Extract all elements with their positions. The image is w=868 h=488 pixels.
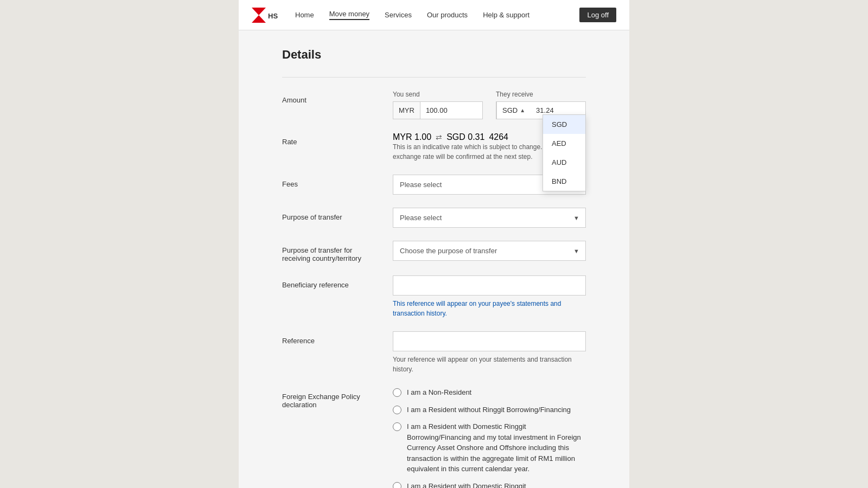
radio-label-3: I am a Resident with Domestic Ringgit Bo… bbox=[407, 481, 586, 489]
beneficiary-row: Beneficiary reference This reference wil… bbox=[282, 275, 586, 318]
radio-item-0: I am a Non-Resident bbox=[393, 387, 586, 398]
radio-item-3: I am a Resident with Domestic Ringgit Bo… bbox=[393, 481, 586, 489]
radio-label-2: I am a Resident with Domestic Ringgit Bo… bbox=[407, 421, 586, 474]
amount-group: You send MYR They receive SGD bbox=[393, 91, 586, 119]
currency-dropdown: SGD AED AUD BND bbox=[542, 114, 586, 191]
purpose-receiving-controls: Choose the purpose of transfer ▼ bbox=[393, 241, 586, 261]
fx-row: Foreign Exchange Policy declaration I am… bbox=[282, 387, 586, 488]
radio-group: I am a Non-Resident I am a Resident with… bbox=[393, 387, 586, 488]
radio-label-1: I am a Resident without Ringgit Borrowin… bbox=[407, 404, 571, 415]
nav-our-products[interactable]: Our products bbox=[427, 11, 468, 19]
purpose-receiving-row: Purpose of transfer for receiving countr… bbox=[282, 241, 586, 262]
navbar: HSBC Home Move money Services Our produc… bbox=[239, 0, 629, 30]
page-title: Details bbox=[282, 48, 586, 62]
hsbc-logo: HSBC bbox=[252, 8, 278, 23]
svg-text:HSBC: HSBC bbox=[268, 12, 278, 20]
beneficiary-input[interactable] bbox=[393, 275, 586, 296]
radio-item-1: I am a Resident without Ringgit Borrowin… bbox=[393, 404, 586, 415]
beneficiary-hint: This reference will appear on your payee… bbox=[393, 299, 586, 318]
rate-row: Rate MYR 1.00 ⇄ SGD 0.31 4264 This is an… bbox=[282, 132, 586, 162]
purpose-receiving-select-wrapper: Choose the purpose of transfer ▼ bbox=[393, 241, 586, 261]
content-area: Details Amount You send MYR bbox=[239, 30, 629, 488]
beneficiary-label: Beneficiary reference bbox=[282, 275, 380, 289]
fx-label: Foreign Exchange Policy declaration bbox=[282, 387, 380, 409]
logo-area: HSBC bbox=[252, 8, 278, 23]
amount-controls: You send MYR They receive SGD bbox=[393, 91, 586, 119]
purpose-select[interactable]: Please select bbox=[393, 208, 586, 228]
radio-label-0: I am a Non-Resident bbox=[407, 387, 471, 398]
purpose-row: Purpose of transfer Please select ▼ bbox=[282, 208, 586, 228]
fees-label: Fees bbox=[282, 175, 380, 188]
you-send-label: You send bbox=[393, 91, 483, 98]
nav-services[interactable]: Services bbox=[385, 11, 412, 19]
section-divider bbox=[282, 77, 586, 78]
radio-input-3[interactable] bbox=[393, 482, 401, 489]
amount-row: Amount You send MYR They bbox=[282, 91, 586, 119]
currency-option-sgd[interactable]: SGD bbox=[543, 115, 585, 134]
they-receive-section: They receive SGD ▲ SGD bbox=[496, 91, 586, 119]
radio-input-0[interactable] bbox=[393, 388, 401, 397]
you-send-section: You send MYR bbox=[393, 91, 483, 119]
navbar-left: HSBC Home Move money Services Our produc… bbox=[252, 8, 529, 23]
logoff-button[interactable]: Log off bbox=[579, 8, 616, 22]
swap-icon[interactable]: ⇄ bbox=[436, 133, 442, 142]
currency-option-aed[interactable]: AED bbox=[543, 134, 585, 153]
reference-label: Reference bbox=[282, 331, 380, 345]
fees-row: Fees Please select ▼ bbox=[282, 175, 586, 195]
reference-controls: Your reference will appear on your state… bbox=[393, 331, 586, 374]
reference-hint: Your reference will appear on your state… bbox=[393, 355, 586, 374]
send-currency-input: MYR bbox=[393, 101, 483, 119]
nav-links: Home Move money Services Our products He… bbox=[295, 10, 529, 20]
nav-move-money[interactable]: Move money bbox=[329, 10, 369, 20]
rate-label: Rate bbox=[282, 132, 380, 146]
rate-base: MYR 1.00 bbox=[393, 132, 431, 142]
rate-suffix: 4264 bbox=[489, 132, 508, 142]
purpose-receiving-select[interactable]: Choose the purpose of transfer bbox=[393, 241, 586, 261]
nav-help-support[interactable]: Help & support bbox=[483, 11, 529, 19]
purpose-receiving-label: Purpose of transfer for receiving countr… bbox=[282, 241, 380, 262]
nav-home[interactable]: Home bbox=[295, 11, 314, 19]
currency-option-bnd[interactable]: BND bbox=[543, 172, 585, 191]
receive-currency-chevron: ▲ bbox=[520, 107, 525, 113]
reference-input[interactable] bbox=[393, 331, 586, 351]
currency-option-aud[interactable]: AUD bbox=[543, 153, 585, 172]
radio-input-1[interactable] bbox=[393, 406, 401, 414]
reference-row: Reference Your reference will appear on … bbox=[282, 331, 586, 374]
receive-currency-selector[interactable]: SGD ▲ bbox=[496, 102, 531, 119]
fx-controls: I am a Non-Resident I am a Resident with… bbox=[393, 387, 586, 488]
rate-target: SGD 0.31 bbox=[446, 132, 484, 142]
beneficiary-controls: This reference will appear on your payee… bbox=[393, 275, 586, 318]
purpose-controls: Please select ▼ bbox=[393, 208, 586, 228]
send-amount-input[interactable] bbox=[420, 102, 475, 119]
purpose-select-wrapper: Please select ▼ bbox=[393, 208, 586, 228]
send-currency-tag: MYR bbox=[393, 102, 420, 119]
purpose-label: Purpose of transfer bbox=[282, 208, 380, 221]
radio-item-2: I am a Resident with Domestic Ringgit Bo… bbox=[393, 421, 586, 474]
receive-currency-code: SGD bbox=[502, 106, 518, 114]
amount-label: Amount bbox=[282, 91, 380, 104]
they-receive-label: They receive bbox=[496, 91, 586, 98]
radio-input-2[interactable] bbox=[393, 422, 401, 431]
